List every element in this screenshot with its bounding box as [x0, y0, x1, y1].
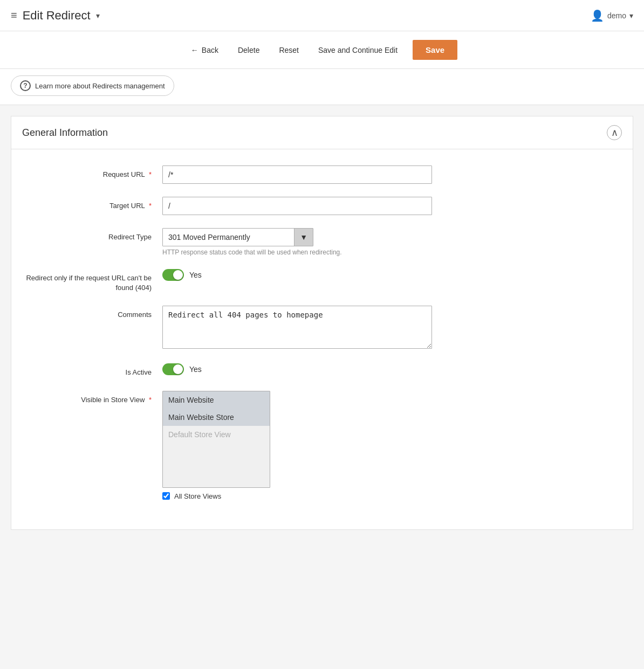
is-active-field: Yes: [162, 363, 432, 375]
reset-label: Reset: [279, 46, 299, 54]
store-view-select[interactable]: Main Website Main Website Store Default …: [162, 391, 270, 488]
is-active-label: Is Active: [22, 363, 162, 377]
toggle-track: [162, 269, 184, 281]
request-url-field: [162, 165, 432, 184]
user-avatar-icon: 👤: [591, 9, 604, 22]
form-body: Request URL * Target URL *: [11, 149, 633, 529]
store-view-label: Visible in Store View *: [22, 391, 162, 405]
reset-button[interactable]: Reset: [275, 44, 303, 57]
save-continue-button[interactable]: Save and Continue Edit: [314, 44, 402, 57]
redirect-type-value: 301 Moved Permanently: [163, 229, 294, 246]
target-url-label: Target URL *: [22, 197, 162, 211]
store-option-main-website[interactable]: Main Website: [163, 391, 270, 409]
is-active-toggle-label: Yes: [189, 365, 202, 374]
redirect-type-field: 301 Moved Permanently ▼ HTTP response st…: [162, 228, 432, 256]
delete-label: Delete: [238, 46, 259, 54]
is-active-toggle-row: Yes: [162, 363, 432, 375]
redirect-404-row: Redirect only if the request URL can't b…: [22, 269, 622, 293]
store-option-main-website-store[interactable]: Main Website Store: [163, 409, 270, 426]
toggle-track: [162, 363, 184, 375]
general-information-section: General Information ∧ Request URL * Targ…: [11, 116, 633, 530]
toolbar: ← Back Delete Reset Save and Continue Ed…: [0, 31, 644, 69]
save-button[interactable]: Save: [413, 40, 457, 60]
redirect-404-label: Redirect only if the request URL can't b…: [22, 269, 162, 293]
redirect-type-row: Redirect Type 301 Moved Permanently ▼ HT…: [22, 228, 622, 256]
hamburger-menu-icon[interactable]: ≡: [11, 9, 17, 22]
redirect-type-select[interactable]: 301 Moved Permanently ▼: [162, 228, 313, 246]
all-store-views-row: All Store Views: [162, 492, 432, 500]
comments-label: Comments: [22, 306, 162, 320]
is-active-row: Is Active Yes: [22, 363, 622, 377]
target-url-input[interactable]: [162, 197, 432, 215]
all-store-views-checkbox[interactable]: [162, 492, 170, 500]
redirect-type-label: Redirect Type: [22, 228, 162, 242]
required-indicator: *: [149, 396, 152, 404]
help-link[interactable]: ? Learn more about Redirects management: [11, 75, 174, 96]
redirect-404-toggle-label: Yes: [189, 271, 202, 279]
target-url-field: [162, 197, 432, 215]
comments-row: Comments: [22, 306, 622, 350]
back-icon: ←: [191, 46, 198, 54]
redirect-type-hint: HTTP response status code that will be u…: [162, 249, 432, 256]
page-title: Edit Redirect: [23, 9, 91, 23]
comments-field: [162, 306, 432, 350]
request-url-label: Request URL *: [22, 165, 162, 180]
select-arrow-icon[interactable]: ▼: [294, 229, 313, 246]
request-url-input[interactable]: [162, 165, 432, 184]
title-dropdown-icon[interactable]: ▾: [96, 11, 100, 20]
required-indicator: *: [149, 170, 152, 178]
user-dropdown-icon: ▾: [629, 11, 633, 20]
help-area: ? Learn more about Redirects management: [0, 69, 644, 105]
delete-button[interactable]: Delete: [234, 44, 264, 57]
top-header: ≡ Edit Redirect ▾ 👤 demo ▾: [0, 0, 644, 31]
required-indicator: *: [149, 202, 152, 210]
toolbar-left: ← Back Delete Reset Save and Continue Ed…: [11, 40, 633, 60]
redirect-404-field: Yes: [162, 269, 432, 281]
section-title: General Information: [22, 127, 108, 139]
save-continue-label: Save and Continue Edit: [318, 46, 398, 54]
store-view-field: Main Website Main Website Store Default …: [162, 391, 432, 500]
request-url-row: Request URL *: [22, 165, 622, 184]
back-button[interactable]: ← Back: [187, 44, 223, 57]
is-active-toggle[interactable]: [162, 363, 184, 375]
toggle-thumb: [173, 270, 183, 280]
collapse-icon: ∧: [611, 127, 618, 139]
section-header: General Information ∧: [11, 116, 633, 149]
target-url-row: Target URL *: [22, 197, 622, 215]
collapse-button[interactable]: ∧: [607, 125, 622, 140]
help-link-text: Learn more about Redirects management: [35, 82, 165, 90]
redirect-404-toggle[interactable]: [162, 269, 184, 281]
save-label: Save: [426, 45, 444, 54]
redirect-404-toggle-row: Yes: [162, 269, 432, 281]
store-view-row: Visible in Store View * Main Website Mai…: [22, 391, 622, 500]
store-option-default-store-view[interactable]: Default Store View: [163, 426, 270, 443]
all-store-views-label: All Store Views: [174, 492, 221, 500]
toggle-thumb: [173, 364, 183, 374]
main-content: General Information ∧ Request URL * Targ…: [0, 105, 644, 551]
user-label: demo: [607, 11, 626, 20]
comments-textarea[interactable]: [162, 306, 432, 349]
help-icon: ?: [20, 80, 31, 91]
user-menu[interactable]: 👤 demo ▾: [591, 9, 633, 22]
back-label: Back: [202, 46, 218, 54]
page-title-area: ≡ Edit Redirect ▾: [11, 9, 100, 23]
